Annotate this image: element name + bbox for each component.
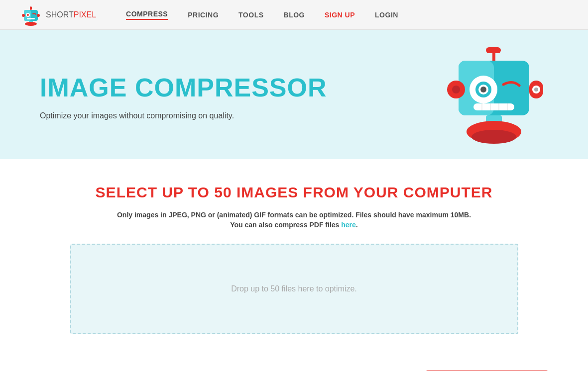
main-nav: COMPRESS PRICING TOOLS BLOG SIGN UP LOGI… — [126, 10, 568, 20]
svg-rect-11 — [492, 53, 495, 61]
hero-robot-illustration — [439, 45, 548, 154]
svg-point-17 — [480, 87, 486, 93]
nav-pricing[interactable]: PRICING — [188, 11, 219, 19]
logo-icon — [20, 4, 42, 26]
svg-rect-5 — [30, 6, 32, 10]
svg-point-6 — [22, 14, 25, 17]
nav-compress[interactable]: COMPRESS — [126, 10, 168, 20]
svg-point-30 — [471, 130, 516, 144]
file-info-line2: You can also compress PDF files here. — [40, 221, 548, 229]
nav-blog[interactable]: BLOG — [284, 11, 305, 19]
svg-point-27 — [534, 88, 538, 92]
drop-zone-text: Drop up to 50 files here to optimize. — [231, 284, 357, 293]
svg-rect-18 — [473, 103, 514, 110]
hero-section: IMAGE COMPRESSOR Optimize your images wi… — [0, 30, 588, 159]
cta-title: WANT TO OPTIMIZE MORE IMAGES? — [40, 369, 207, 371]
logo-short: SHORT — [46, 10, 74, 19]
svg-rect-4 — [27, 18, 35, 19]
svg-point-3 — [27, 14, 29, 16]
nav-signup[interactable]: SIGN UP — [325, 11, 355, 19]
nav-tools[interactable]: TOOLS — [238, 11, 263, 19]
logo-pixel: PIXEL — [74, 10, 96, 19]
svg-point-7 — [37, 14, 40, 17]
bottom-cta: WANT TO OPTIMIZE MORE IMAGES? SIGN UP, I… — [0, 354, 588, 371]
drop-zone[interactable]: Drop up to 50 files here to optimize. — [70, 244, 518, 334]
logo-wordmark: SHORTPIXEL — [46, 10, 96, 19]
header: SHORTPIXEL COMPRESS PRICING TOOLS BLOG S… — [0, 0, 588, 30]
main-content: SELECT UP TO 50 IMAGES FROM YOUR COMPUTE… — [0, 159, 588, 354]
svg-rect-10 — [486, 47, 501, 53]
svg-point-24 — [452, 86, 460, 93]
file-info-line1: Only images in JPEG, PNG or (animated) G… — [40, 211, 548, 219]
section-title: SELECT UP TO 50 IMAGES FROM YOUR COMPUTE… — [40, 184, 548, 201]
nav-login[interactable]: LOGIN — [375, 11, 398, 19]
logo[interactable]: SHORTPIXEL — [20, 4, 96, 26]
robot-svg — [439, 45, 548, 154]
svg-point-9 — [25, 22, 37, 26]
pdf-link[interactable]: here — [341, 221, 356, 229]
